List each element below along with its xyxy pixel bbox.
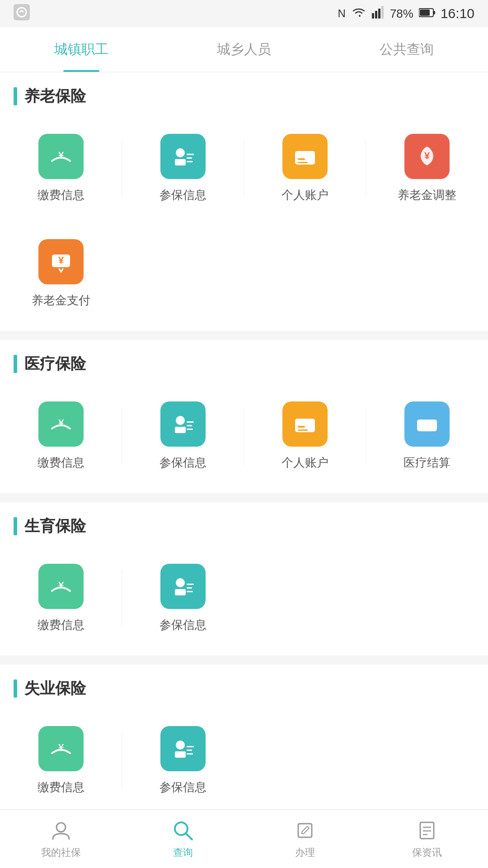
pension-enrollment-cell[interactable]: 参保信息 — [122, 120, 244, 217]
medical-settlement-icon — [404, 401, 450, 447]
svg-rect-25 — [187, 421, 194, 423]
medical-grid: ¥ 缴费信息 参保信息 — [0, 379, 488, 493]
section-title-unemployment: 失业保险 — [24, 678, 86, 699]
tab-urban-worker[interactable]: 城镇职工 — [0, 27, 163, 72]
nfc-icon: N — [338, 7, 346, 20]
svg-rect-4 — [378, 9, 380, 19]
nav-insurance-info[interactable]: 保资讯 — [366, 819, 488, 859]
tab-rural-urban[interactable]: 城乡人员 — [163, 27, 325, 72]
svg-rect-12 — [187, 154, 194, 155]
maternity-enrollment-cell[interactable]: 参保信息 — [122, 550, 244, 646]
battery-percentage: 78% — [390, 7, 413, 21]
section-bar-medical — [14, 355, 17, 373]
svg-rect-24 — [175, 427, 186, 433]
svg-text:¥: ¥ — [58, 580, 64, 591]
svg-point-23 — [176, 416, 185, 425]
pension-adjustment-icon: ¥ — [404, 134, 450, 179]
svg-point-46 — [56, 823, 66, 832]
section-title-maternity: 生育保险 — [24, 516, 86, 537]
section-title-pension: 养老保险 — [24, 86, 86, 107]
time-display: 16:10 — [441, 6, 474, 21]
unemployment-enrollment-cell[interactable]: 参保信息 — [122, 712, 244, 809]
svg-rect-11 — [175, 159, 186, 165]
document-icon — [415, 819, 439, 842]
svg-rect-27 — [187, 429, 193, 430]
svg-text:¥: ¥ — [58, 417, 64, 429]
svg-rect-3 — [375, 11, 377, 19]
medical-payment-icon: ¥ — [38, 401, 84, 447]
section-title-medical: 医疗保险 — [24, 354, 86, 374]
section-header-maternity: 生育保险 — [0, 502, 488, 541]
svg-rect-5 — [381, 6, 384, 19]
svg-rect-49 — [298, 824, 312, 837]
svg-point-41 — [176, 741, 185, 750]
svg-rect-29 — [295, 419, 315, 424]
section-pension: 养老保险 ¥ 缴费信息 — [0, 72, 488, 331]
pension-enrollment-icon — [160, 134, 206, 179]
main-content: 养老保险 ¥ 缴费信息 — [0, 72, 488, 868]
svg-rect-14 — [187, 161, 193, 162]
nav-query[interactable]: 查询 — [122, 819, 244, 859]
battery-icon — [419, 7, 435, 21]
section-maternity: 生育保险 ¥ 缴费信息 — [0, 502, 488, 656]
maternity-payment-icon: ¥ — [38, 564, 84, 609]
medical-account-cell[interactable]: 个人账户 — [244, 388, 366, 484]
svg-text:¥: ¥ — [58, 255, 64, 266]
medical-enrollment-cell[interactable]: 参保信息 — [122, 388, 244, 484]
nav-my-social-security[interactable]: 我的社保 — [0, 819, 122, 859]
pension-payment-info-cell[interactable]: ¥ 缴费信息 — [0, 120, 122, 217]
svg-rect-16 — [295, 151, 315, 156]
unemployment-payment-icon: ¥ — [38, 726, 84, 771]
svg-rect-38 — [187, 587, 192, 589]
medical-account-icon — [282, 401, 328, 447]
svg-rect-8 — [420, 9, 430, 16]
pension-pay-out-cell[interactable]: ¥ 养老金支付 — [0, 226, 122, 322]
pension-account-icon — [282, 134, 328, 179]
svg-rect-36 — [175, 589, 186, 595]
medical-settlement-cell[interactable]: 医疗结算 — [366, 388, 488, 484]
signal-icon — [372, 6, 385, 22]
status-indicators: N 78% 16:10 — [338, 6, 474, 22]
medical-payment-cell[interactable]: ¥ 缴费信息 — [0, 388, 122, 484]
edit-icon — [293, 819, 317, 842]
pension-grid: ¥ 缴费信息 参保信息 — [0, 111, 488, 226]
tab-bar: 城镇职工 城乡人员 公共查询 — [0, 27, 488, 72]
status-bar: N 78% 16:10 — [0, 0, 488, 27]
svg-rect-30 — [298, 426, 305, 428]
medical-enrollment-icon — [160, 401, 206, 447]
svg-rect-44 — [187, 750, 192, 751]
pension-grid-row2: ¥ 养老金支付 — [0, 226, 488, 331]
svg-text:¥: ¥ — [58, 150, 64, 161]
search-icon — [171, 819, 195, 842]
pension-account-cell[interactable]: 个人账户 — [244, 120, 366, 217]
tab-public-query[interactable]: 公共查询 — [325, 27, 488, 72]
nav-handle[interactable]: 办理 — [244, 819, 366, 859]
section-bar-pension — [14, 87, 17, 105]
svg-rect-17 — [298, 158, 305, 160]
svg-text:¥: ¥ — [424, 150, 430, 161]
svg-rect-0 — [14, 4, 30, 20]
svg-point-10 — [176, 148, 185, 157]
section-header-pension: 养老保险 — [0, 72, 488, 111]
maternity-grid: ¥ 缴费信息 参保信息 — [0, 541, 488, 656]
unemployment-payment-cell[interactable]: ¥ 缴费信息 — [0, 712, 122, 809]
svg-rect-13 — [187, 157, 192, 159]
wifi-icon — [351, 6, 366, 22]
svg-rect-31 — [298, 429, 308, 431]
maternity-enrollment-icon — [160, 564, 206, 609]
section-bar-maternity — [14, 517, 17, 535]
svg-rect-7 — [433, 11, 435, 14]
maternity-payment-cell[interactable]: ¥ 缴费信息 — [0, 550, 122, 646]
svg-rect-37 — [187, 584, 194, 585]
section-medical: 医疗保险 ¥ 缴费信息 — [0, 340, 488, 493]
bottom-nav: 我的社保 查询 办理 保资讯 — [0, 809, 488, 868]
section-header-unemployment: 失业保险 — [0, 665, 488, 703]
pension-payout-icon: ¥ — [38, 239, 84, 284]
svg-rect-45 — [187, 753, 193, 755]
svg-rect-26 — [187, 425, 192, 426]
unemployment-enrollment-icon — [160, 726, 206, 771]
svg-text:¥: ¥ — [58, 742, 64, 753]
svg-rect-2 — [372, 13, 374, 19]
svg-rect-43 — [187, 746, 194, 747]
pension-adjustment-cell[interactable]: ¥ 养老金调整 — [366, 120, 488, 217]
